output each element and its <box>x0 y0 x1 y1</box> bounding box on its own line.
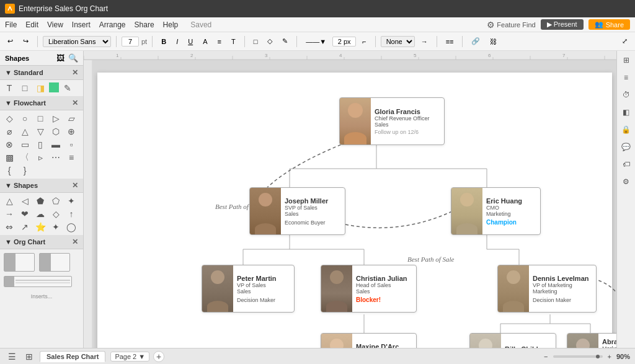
zoom-in-icon[interactable]: + <box>608 353 611 360</box>
node-eric[interactable]: Eric Huang CMO Marketing Champion <box>451 187 541 235</box>
feature-find[interactable]: ⚙ Feature Find <box>487 20 535 30</box>
font-selector[interactable]: Liberation Sans Arial Times New Roman <box>43 36 111 47</box>
right-format-icon[interactable]: ≡ <box>619 71 633 84</box>
right-tag-icon[interactable]: 🏷 <box>619 158 633 171</box>
present-button[interactable]: ▶ Present <box>541 19 584 30</box>
shape-square[interactable] <box>49 82 59 92</box>
font-color-button[interactable]: A <box>199 36 211 47</box>
fc-parallelogram[interactable]: ▱ <box>64 113 78 124</box>
add-page-button[interactable]: + <box>153 351 164 362</box>
sh-triangle[interactable]: △ <box>2 195 16 206</box>
node-maxine[interactable]: Maxine D'Arc Dir. of Strategic Sales Sal… <box>321 333 417 348</box>
sh-arrow-up[interactable]: ↑ <box>64 208 78 220</box>
sh-cloud[interactable]: ☁ <box>33 208 47 220</box>
undo-button[interactable]: ↩ <box>4 35 17 47</box>
section-flowchart[interactable]: ▼ Flowchart ✕ <box>0 96 83 110</box>
node-peter[interactable]: Peter Martin VP of Sales Sales Decision … <box>202 265 295 313</box>
node-billy[interactable]: Billy Childs Product Marketing Marketing <box>469 333 556 348</box>
close-standard[interactable]: ✕ <box>72 68 78 77</box>
sh-pentagon[interactable]: ⬟ <box>33 195 47 206</box>
font-size-input[interactable] <box>122 37 139 47</box>
right-layers-icon[interactable]: ◧ <box>619 105 633 119</box>
fc-small-rect[interactable]: ▫ <box>64 139 78 150</box>
fullscreen-button[interactable]: ⤢ <box>618 35 631 47</box>
section-shapes[interactable]: ▼ Shapes ✕ <box>0 179 83 193</box>
text-align-button[interactable]: T <box>228 36 239 47</box>
fill-button[interactable]: ◇ <box>264 35 276 47</box>
bold-button[interactable]: B <box>158 36 170 47</box>
fc-grid[interactable]: ▩ <box>2 152 16 163</box>
page-indicator[interactable]: Page 2 ▼ <box>110 352 149 362</box>
fc-circle[interactable]: ○ <box>18 113 32 124</box>
canvas-scroll[interactable]: Best Path of Sale Best Path of Sale Best… <box>93 60 616 348</box>
fc-diamond[interactable]: ◇ <box>2 113 16 124</box>
shape-button[interactable]: □ <box>250 36 262 47</box>
close-flowchart[interactable]: ✕ <box>72 99 78 107</box>
page-dropdown-icon[interactable]: ▼ <box>138 353 145 360</box>
grid-view-icon[interactable]: ⊞ <box>22 350 36 363</box>
sh-arrow-diag[interactable]: ↗ <box>18 221 32 233</box>
shape-rect[interactable]: □ <box>18 82 32 94</box>
list-view-icon[interactable]: ☰ <box>5 350 19 363</box>
fc-plus[interactable]: ⊕ <box>64 126 78 137</box>
node-dennis[interactable]: Dennis Levelman VP of Marketing Marketin… <box>497 265 597 313</box>
fc-rect[interactable]: □ <box>33 113 47 124</box>
fc-hex[interactable]: ⬡ <box>49 126 63 137</box>
link-button[interactable]: 🔗 <box>468 35 484 47</box>
zoom-out-icon[interactable]: − <box>544 353 548 360</box>
right-chat-icon[interactable]: 💬 <box>619 140 633 154</box>
fc-chevron[interactable]: ▹ <box>33 152 47 163</box>
arrow-button[interactable]: → <box>417 36 432 47</box>
right-clock-icon[interactable]: ⏱ <box>619 88 633 102</box>
org-shape-1[interactable] <box>4 253 35 272</box>
sh-hex2[interactable]: ⬠ <box>49 195 63 206</box>
share-button[interactable]: 👥 Share <box>588 19 630 30</box>
menu-view[interactable]: View <box>47 20 63 29</box>
extra-button[interactable]: ≡≡ <box>442 36 458 47</box>
section-org[interactable]: ▼ Org Chart ✕ <box>0 235 83 249</box>
fc-x[interactable]: ⊗ <box>2 139 16 150</box>
menu-help[interactable]: Help <box>163 20 179 29</box>
redo-button[interactable]: ↪ <box>19 35 32 47</box>
fc-triangle[interactable]: △ <box>18 126 32 137</box>
close-org[interactable]: ✕ <box>72 237 78 246</box>
fc-inv-triangle[interactable]: ▽ <box>33 126 47 137</box>
sh-right-tri[interactable]: ◁ <box>18 195 32 206</box>
corner-button[interactable]: ⌐ <box>358 36 370 47</box>
italic-button[interactable]: I <box>172 36 182 47</box>
menu-share[interactable]: Share <box>135 20 154 29</box>
shape-pen[interactable]: ✎ <box>61 82 74 94</box>
sh-heart[interactable]: ❤ <box>18 208 32 220</box>
fc-brace[interactable]: { <box>2 165 16 176</box>
connection-selector[interactable]: None Arrow <box>381 36 415 47</box>
shapes-image-icon[interactable]: 🖼 <box>56 53 64 63</box>
shape-note[interactable]: ◨ <box>33 82 47 94</box>
align-button[interactable]: ≡ <box>214 36 225 47</box>
org-shape-3[interactable] <box>4 276 72 287</box>
sh-star[interactable]: ⭐ <box>33 221 47 233</box>
section-standard[interactable]: ▼ Standard ✕ <box>0 66 83 80</box>
right-pages-icon[interactable]: ⊞ <box>619 53 633 67</box>
sh-cross[interactable]: ✦ <box>64 195 78 206</box>
node-abram[interactable]: Abram Gibbs Marketing Automation Growth … <box>567 333 616 348</box>
shapes-search-icon[interactable]: 🔍 <box>68 53 78 63</box>
fc-dots[interactable]: ⋯ <box>49 152 63 163</box>
fc-arrow[interactable]: ▷ <box>49 113 63 124</box>
underline-button[interactable]: U <box>184 36 197 47</box>
node-christian[interactable]: Christian Julian Head of Sales Sales Blo… <box>321 265 417 313</box>
right-settings-icon[interactable]: ⚙ <box>619 175 633 189</box>
shape-text[interactable]: T <box>2 82 16 94</box>
sh-circle2[interactable]: ◯ <box>64 221 78 233</box>
sh-double-arrow[interactable]: ⇔ <box>2 221 16 233</box>
menu-insert[interactable]: Insert <box>72 20 91 29</box>
fc-bracket[interactable]: } <box>18 165 32 176</box>
menu-edit[interactable]: Edit <box>25 20 38 29</box>
fc-angle[interactable]: 〈 <box>18 152 32 163</box>
menu-file[interactable]: File <box>5 20 17 29</box>
node-joseph[interactable]: Joseph Miller SVP of Sales Sales Economi… <box>249 187 345 235</box>
menu-arrange[interactable]: Arrange <box>99 20 126 29</box>
line-width-input[interactable] <box>332 37 356 47</box>
canvas-area[interactable]: 1 2 3 4 5 6 7 <box>84 51 616 348</box>
node-gloria[interactable]: Gloria Francis Chief Revenue Officer Sal… <box>339 97 445 145</box>
sh-diamond2[interactable]: ◇ <box>49 208 63 220</box>
